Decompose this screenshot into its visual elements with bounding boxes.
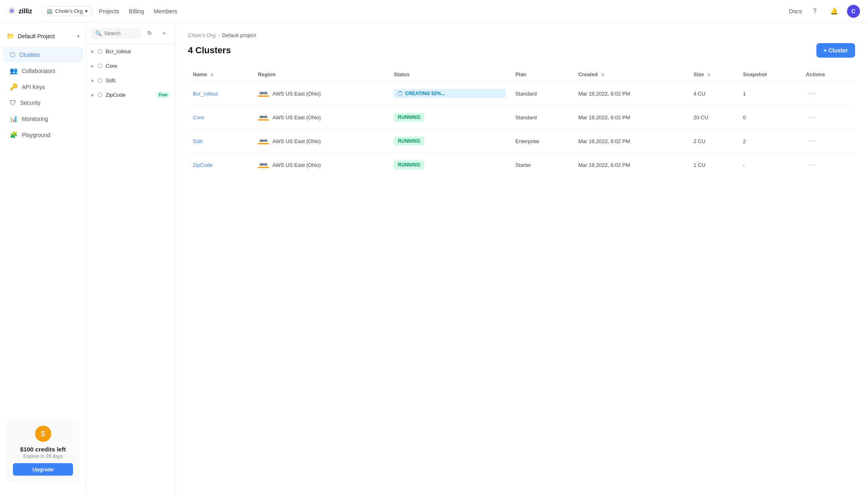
cell-snapshot: -: [738, 153, 801, 177]
table-header: Name ⇅ Region Status Plan Created ⇅: [188, 67, 855, 82]
chevron-down-icon: ▾: [85, 8, 88, 14]
cluster-icon: ⬡: [98, 48, 102, 54]
sidebar-item-clusters[interactable]: ⬡ Clusters: [3, 47, 83, 62]
list-item[interactable]: ▶ ⬡ Core: [86, 58, 175, 73]
refresh-button[interactable]: ↻: [144, 27, 155, 39]
search-box[interactable]: 🔍: [91, 28, 141, 39]
dollar-icon: $: [35, 426, 51, 442]
sidebar-item-security[interactable]: 🛡 Security: [3, 95, 83, 110]
region-cell: aws AWS US East (Ohio): [258, 114, 384, 121]
add-cluster-button[interactable]: + Cluster: [816, 43, 855, 58]
cell-size: 2 CU: [689, 129, 738, 153]
free-badge: Free: [156, 92, 170, 98]
cell-region: aws AWS US East (Ohio): [253, 153, 389, 177]
cell-created: Mar 19,2022, 6:02 PM: [574, 106, 689, 129]
cell-name: Ssfc: [188, 129, 253, 153]
table-body: Bcr_rollout aws AWS US East (Ohio) CREAT…: [188, 82, 855, 177]
project-selector[interactable]: 📁 Default Project ▾: [0, 29, 86, 43]
cell-created: Mar 19,2022, 6:02 PM: [574, 82, 689, 106]
sidebar-item-collaborators[interactable]: 👥 Collaborators: [3, 63, 83, 79]
building-icon: 🏢: [46, 8, 53, 14]
help-icon-btn[interactable]: ?: [808, 5, 821, 18]
nav-links: Projects Billing Members: [99, 6, 789, 16]
cell-plan: Starter: [511, 153, 574, 177]
cell-actions: ···: [801, 153, 855, 177]
aws-logo: aws: [258, 162, 269, 168]
sidebar-nav: ⬡ Clusters 👥 Collaborators 🔑 API Keys 🛡 …: [0, 46, 86, 143]
sidebar-item-playground[interactable]: 🧩 Playground: [3, 127, 83, 143]
cell-plan: Standard: [511, 82, 574, 106]
cell-created: Mar 19,2022, 6:02 PM: [574, 153, 689, 177]
breadcrumb-separator: ›: [218, 32, 219, 38]
col-actions: Actions: [801, 67, 855, 82]
sidebar-item-monitoring[interactable]: 📊 Monitoring: [3, 111, 83, 127]
spinner-icon: [398, 91, 403, 96]
status-badge: RUNNING: [394, 113, 424, 122]
table-row: Bcr_rollout aws AWS US East (Ohio) CREAT…: [188, 82, 855, 106]
row-actions-button[interactable]: ···: [806, 112, 820, 123]
page-header: 4 Clusters + Cluster: [188, 43, 855, 58]
cluster-panel-header: 🔍 ↻ +: [86, 23, 175, 44]
add-cluster-panel-button[interactable]: +: [159, 27, 170, 39]
nav-projects[interactable]: Projects: [99, 6, 119, 16]
list-item[interactable]: ▶ ⬡ ZipCode Free: [86, 87, 175, 102]
api-keys-icon: 🔑: [10, 83, 18, 91]
cluster-name-link[interactable]: ZipCode: [193, 162, 213, 168]
col-created: Created ⇅: [574, 67, 689, 82]
org-selector[interactable]: 🏢 Chole's Org ▾: [42, 6, 92, 16]
breadcrumb-org[interactable]: Chole's Org: [188, 32, 215, 38]
col-snapshot: Snapshot: [738, 67, 801, 82]
cell-name: Bcr_rollout: [188, 82, 253, 106]
table-row: Ssfc aws AWS US East (Ohio) RUNNINGEnter…: [188, 129, 855, 153]
aws-logo: aws: [258, 90, 269, 97]
zilliz-star-icon: ✳: [8, 6, 15, 17]
credits-expires: Expires in 29 days: [13, 453, 73, 459]
expand-icon: ▶: [91, 78, 94, 83]
cell-status: RUNNING: [389, 106, 511, 129]
nav-members[interactable]: Members: [154, 6, 177, 16]
row-actions-button[interactable]: ···: [806, 88, 820, 99]
security-icon: 🛡: [10, 99, 16, 106]
cell-snapshot: 1: [738, 82, 801, 106]
cell-plan: Enterprise: [511, 129, 574, 153]
list-item[interactable]: ▶ ⬡ Bcr_rollout: [86, 44, 175, 58]
sidebar: 📁 Default Project ▾ ⬡ Clusters 👥 Collabo…: [0, 23, 86, 495]
sidebar-item-api-keys[interactable]: 🔑 API Keys: [3, 79, 83, 95]
collaborators-icon: 👥: [10, 67, 18, 75]
status-badge: RUNNING: [394, 137, 424, 146]
search-input[interactable]: [104, 30, 137, 36]
sort-icon: ⇅: [210, 73, 213, 77]
status-badge: CREATING 52%...: [394, 89, 506, 98]
col-size: Size ⇅: [689, 67, 738, 82]
cell-actions: ···: [801, 129, 855, 153]
sidebar-bottom: $ $100 credits left Expires in 29 days U…: [0, 413, 86, 489]
region-cell: aws AWS US East (Ohio): [258, 90, 384, 97]
cell-status: RUNNING: [389, 153, 511, 177]
table-row: Core aws AWS US East (Ohio) RUNNINGStand…: [188, 106, 855, 129]
cluster-list: ▶ ⬡ Bcr_rollout ▶ ⬡ Core ▶ ⬡ Ssfc ▶ ⬡ Zi…: [86, 44, 175, 102]
col-region: Region: [253, 67, 389, 82]
cell-size: 4 CU: [689, 82, 738, 106]
notifications-icon-btn[interactable]: 🔔: [828, 5, 841, 18]
credits-amount: $100 credits left: [13, 446, 73, 453]
list-item[interactable]: ▶ ⬡ Ssfc: [86, 73, 175, 87]
table-row: ZipCode aws AWS US East (Ohio) RUNNINGSt…: [188, 153, 855, 177]
upgrade-button[interactable]: Upgrade: [13, 463, 73, 476]
cell-name: Core: [188, 106, 253, 129]
cell-plan: Standard: [511, 106, 574, 129]
docs-link[interactable]: Docs: [789, 8, 802, 15]
user-avatar[interactable]: C: [847, 5, 860, 18]
region-cell: aws AWS US East (Ohio): [258, 138, 384, 144]
status-badge: RUNNING: [394, 160, 424, 169]
cluster-name-link[interactable]: Ssfc: [193, 138, 203, 144]
clusters-table: Name ⇅ Region Status Plan Created ⇅: [188, 67, 855, 177]
cluster-name-link[interactable]: Bcr_rollout: [193, 91, 218, 97]
cluster-name-link[interactable]: Core: [193, 114, 204, 121]
logo: ✳ zilliz: [8, 6, 32, 17]
nav-billing[interactable]: Billing: [129, 6, 144, 16]
row-actions-button[interactable]: ···: [806, 136, 820, 146]
org-name: Chole's Org: [55, 8, 83, 14]
page-title: 4 Clusters: [188, 45, 231, 56]
row-actions-button[interactable]: ···: [806, 160, 820, 170]
cell-region: aws AWS US East (Ohio): [253, 129, 389, 153]
